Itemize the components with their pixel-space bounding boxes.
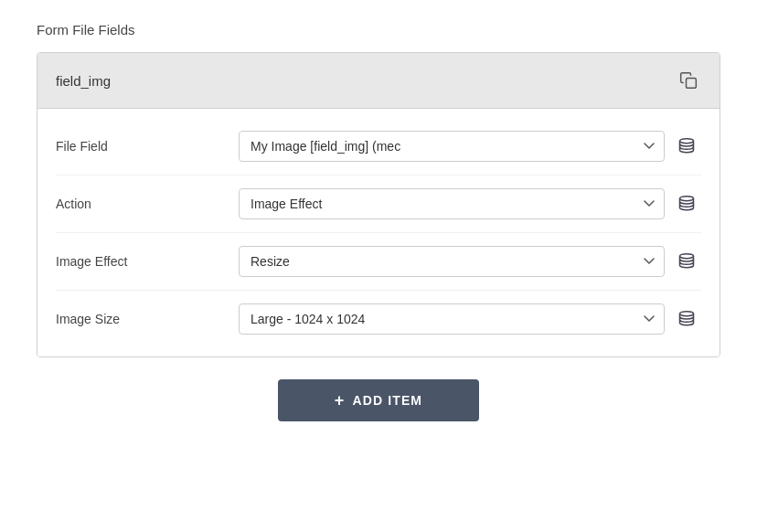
- action-db-button[interactable]: [672, 189, 701, 218]
- page-container: Form File Fields field_img File Field My…: [37, 22, 720, 421]
- image-effect-label: Image Effect: [56, 254, 239, 269]
- add-item-button[interactable]: + ADD ITEM: [278, 379, 479, 421]
- form-row-image-effect: Image Effect Resize: [56, 233, 701, 291]
- page-title: Form File Fields: [37, 22, 720, 37]
- file-field-control-group: My Image [field_img] (mec: [239, 131, 701, 162]
- image-size-select[interactable]: Large - 1024 x 1024: [239, 303, 665, 335]
- image-effect-select[interactable]: Resize: [239, 246, 665, 277]
- image-size-label: Image Size: [56, 312, 239, 326]
- card-header: field_img: [37, 53, 720, 109]
- image-size-db-button[interactable]: [672, 304, 701, 334]
- form-card: field_img File Field My Image [field_img…: [37, 52, 720, 357]
- image-size-control-group: Large - 1024 x 1024: [239, 303, 701, 335]
- file-field-label: File Field: [56, 139, 239, 154]
- file-field-db-button[interactable]: [672, 132, 701, 161]
- copy-icon: [679, 71, 698, 90]
- add-item-label: ADD ITEM: [353, 393, 423, 408]
- svg-point-2: [680, 197, 694, 201]
- svg-rect-0: [687, 79, 697, 89]
- svg-point-1: [680, 139, 694, 144]
- copy-button[interactable]: [676, 68, 701, 93]
- field-name-label: field_img: [56, 73, 111, 89]
- card-body: File Field My Image [field_img] (mec: [37, 109, 720, 356]
- database-icon: [677, 137, 696, 155]
- action-select[interactable]: Image Effect: [239, 188, 665, 219]
- plus-icon: +: [335, 392, 346, 409]
- action-control-group: Image Effect: [239, 188, 701, 219]
- database-icon: [677, 252, 696, 271]
- database-icon: [677, 310, 696, 328]
- form-row-action: Action Image Effect: [56, 176, 701, 233]
- svg-point-3: [680, 254, 694, 259]
- svg-point-4: [680, 312, 694, 316]
- image-effect-db-button[interactable]: [672, 247, 701, 276]
- image-effect-control-group: Resize: [239, 246, 701, 277]
- database-icon: [677, 195, 696, 213]
- form-row-image-size: Image Size Large - 1024 x 1024: [56, 291, 701, 347]
- file-field-select[interactable]: My Image [field_img] (mec: [239, 131, 665, 162]
- form-row-file-field: File Field My Image [field_img] (mec: [56, 118, 701, 176]
- action-label: Action: [56, 197, 239, 211]
